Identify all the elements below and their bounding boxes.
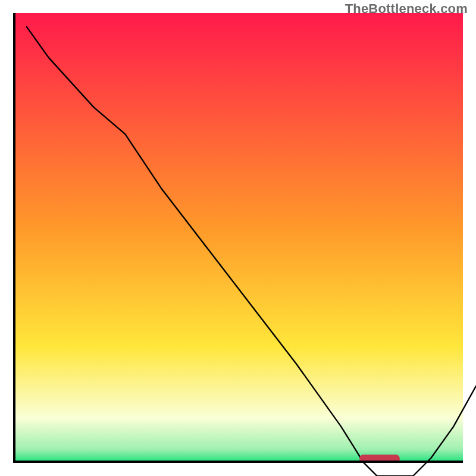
svg-rect-0 [13, 13, 463, 463]
bottleneck-chart: TheBottleneck.com [0, 0, 476, 476]
heat-gradient-background [13, 13, 463, 463]
watermark-text: TheBottleneck.com [345, 1, 468, 17]
x-axis [13, 461, 463, 463]
y-axis [13, 13, 15, 463]
plot-area [13, 13, 463, 463]
